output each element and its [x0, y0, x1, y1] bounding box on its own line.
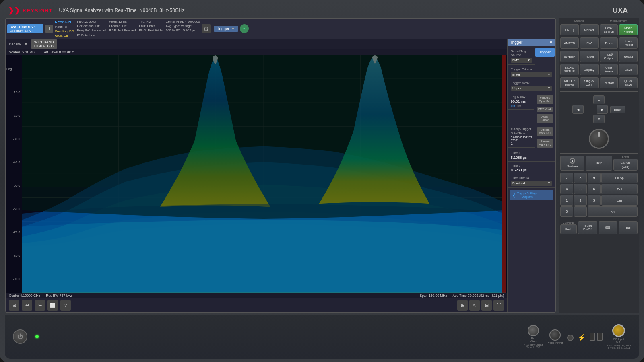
trig-off-button[interactable]: Off	[517, 104, 521, 108]
help-button[interactable]: Help	[586, 156, 612, 171]
ctrl-button[interactable]: Ctrl	[601, 195, 638, 206]
num-2-button[interactable]: 2	[574, 195, 587, 206]
power-button[interactable]: ⏻	[13, 329, 27, 344]
peak-search-button[interactable]: Peak Search	[600, 24, 618, 35]
fullscreen-button[interactable]: ⛶	[493, 300, 504, 311]
numpad-row-1: 7 8 9 Bk Sp	[560, 173, 638, 183]
num-0-button[interactable]: 0	[560, 206, 573, 217]
user-menu-button[interactable]: User Menu	[600, 64, 618, 75]
nav-left-button[interactable]: ◄	[572, 105, 584, 114]
nav-row-middle: ◄ ► Enter	[572, 105, 625, 114]
numpad-row-2: 4 5 6 Del	[560, 184, 638, 194]
periodic-sync-button[interactable]: PeriodicSync Src	[537, 95, 553, 104]
trigger-hw-button[interactable]: Trigger	[580, 51, 599, 62]
add-view-button[interactable]: +	[45, 25, 53, 33]
num-5-button[interactable]: 5	[574, 184, 587, 194]
bottom-toolbar: ⊞ ↩ ↪ ⬜ ? ⊞ ↖ ⊞ ⛶	[6, 298, 507, 312]
undo-toolbar-button[interactable]: ↩	[22, 300, 32, 311]
btn-row-1: FREQ Marker Peak Search Mode Preset	[560, 24, 638, 35]
main-knob[interactable]	[589, 129, 609, 149]
trig-criteria-dropdown[interactable]: Enter ▼	[511, 72, 552, 77]
mode-selector[interactable]: Real-Time SA 1 Spectrum & PvT	[7, 24, 43, 33]
fmt-mask-button[interactable]: FMT Mask	[537, 107, 553, 112]
meas-setup-button[interactable]: MEAS SETUP	[560, 64, 579, 75]
trigger-main-button[interactable]: Trigger	[535, 48, 555, 57]
trig-time1-section: Time 1 5.1088 μs	[508, 150, 555, 162]
screen-top-bar: Real-Time SA 1 Spectrum & PvT + KEYSIGHT…	[6, 19, 555, 39]
num-8-button[interactable]: 8	[574, 173, 587, 183]
num-7-button[interactable]: 7	[560, 173, 573, 183]
minus-button[interactable]: -	[574, 206, 587, 217]
trig-delay-label: Trig Delay	[511, 95, 532, 99]
trig-criteria-section: Trigger Criteria Enter ▼	[508, 66, 555, 79]
trig-time-criteria-section: Time Criteria Disabled ▼	[508, 175, 555, 188]
redo-toolbar-button[interactable]: ↪	[35, 300, 45, 311]
stream-mark1-button[interactable]: StreamMark Bit 1	[537, 127, 553, 136]
user-preset-button[interactable]: User Preset	[619, 37, 638, 49]
trace-button[interactable]: Trace	[600, 37, 618, 49]
save-button[interactable]: Save	[619, 64, 638, 75]
bw-button[interactable]: BW	[580, 37, 599, 49]
rf-input-col: RF Input50Ω ▲+30 dBm (1 W) MAX0 VDC, DC …	[607, 324, 631, 349]
trig-mask-dropdown[interactable]: Upper ▼	[511, 86, 552, 91]
marker-button[interactable]: Marker	[580, 24, 599, 35]
alt-button[interactable]: Alt	[588, 206, 638, 217]
display-button[interactable]: Display	[580, 64, 599, 75]
ext-mixer-col: ExtMixer >+13 dBm OutputTerm. In 50Ω	[524, 325, 543, 348]
nav-up-button[interactable]: ▲	[593, 95, 605, 104]
trig-on-button[interactable]: On	[511, 104, 515, 108]
info-block-4: Trig: FMT FMT: Enter PNO: Best Wide	[139, 19, 162, 38]
grid-button[interactable]: ⊞	[457, 300, 468, 311]
input-output-button[interactable]: Input/ Output	[600, 51, 618, 62]
amptd-button[interactable]: AMPTD	[560, 37, 579, 49]
right-panel: Channel Measurement FREQ Marker Peak Sea…	[559, 18, 639, 313]
keyboard-button[interactable]: ⌨	[599, 221, 617, 234]
num-3-button[interactable]: 3	[588, 195, 601, 206]
stream-mark2-button[interactable]: StreamMark Bit 2	[537, 139, 553, 148]
mode-preset-button[interactable]: Mode Preset	[619, 24, 638, 35]
cursor-button[interactable]: ↖	[469, 300, 480, 311]
cancel-button[interactable]: Cancel (Esc)	[613, 159, 638, 171]
usb-ports	[590, 333, 603, 341]
restart-button[interactable]: Restart	[600, 77, 618, 88]
settings-button[interactable]: ⚙	[202, 24, 211, 33]
windows-button[interactable]: ⊞	[9, 300, 19, 311]
system-button[interactable]: ● System	[560, 156, 584, 171]
num-9-button[interactable]: 9	[588, 173, 601, 183]
enter-button[interactable]: Enter	[610, 106, 625, 113]
touch-on-off-button[interactable]: Touch On/Off	[578, 221, 597, 234]
trig-source-dropdown[interactable]: FMT ▼	[511, 58, 532, 63]
freq-button[interactable]: FREQ	[560, 24, 579, 35]
nav-row-bottom: ▼	[581, 115, 617, 123]
trigger-diagram-button[interactable]: ❮ Trigger SettingsDiagram	[510, 190, 553, 200]
quick-save-button[interactable]: Quick Save	[619, 77, 638, 88]
help-toolbar-button[interactable]: ?	[60, 300, 71, 311]
tab-button[interactable]: Tab	[619, 221, 638, 234]
nav-down-button[interactable]: ▼	[593, 115, 605, 123]
num-6-button[interactable]: 6	[588, 184, 601, 194]
sweep-button[interactable]: SWEEP	[560, 51, 579, 62]
mode-meas-button[interactable]: MODE/ MEAS	[560, 77, 579, 88]
btn-row-5: MODE/ MEAS Single/ Cont Restart Quick Sa…	[560, 77, 638, 88]
single-cont-button[interactable]: Single/ Cont	[580, 77, 599, 88]
trig-time-criteria-label: Time Criteria	[511, 176, 552, 180]
auto-holdoff-button[interactable]: Auto/Holdoff	[537, 114, 553, 123]
screen-area: Real-Time SA 1 Spectrum & PvT + KEYSIGHT…	[5, 18, 556, 313]
num-1-button[interactable]: 1	[560, 195, 573, 206]
trigger-panel-header: Trigger ▼	[508, 39, 555, 46]
keysight-logo: ❯❯ KEYSIGHT	[8, 6, 52, 15]
bk-sp-button[interactable]: Bk Sp	[601, 173, 638, 183]
recall-button[interactable]: Recall	[619, 51, 638, 62]
divider-3	[560, 219, 638, 219]
spectrum-chart: Log -10.0 -20.0 -30.0 -40.0 -50.0 -60.0 …	[6, 55, 507, 293]
window-mode-button[interactable]: ⬜	[47, 300, 58, 311]
del-button[interactable]: Del	[601, 184, 638, 194]
undo-button[interactable]: Undo	[560, 224, 577, 234]
num-4-button[interactable]: 4	[560, 184, 573, 194]
trig-time-criteria-dropdown[interactable]: Disabled ▼	[511, 181, 552, 186]
y-label-6: -60.0	[6, 207, 22, 211]
wideband-button[interactable]: WIDEBAND DIGITAL BUS	[31, 39, 57, 49]
nav-right-button[interactable]: ►	[597, 105, 608, 114]
probe-power-col: Probe Power	[547, 329, 563, 344]
zoom-button[interactable]: ⊞	[481, 300, 492, 311]
